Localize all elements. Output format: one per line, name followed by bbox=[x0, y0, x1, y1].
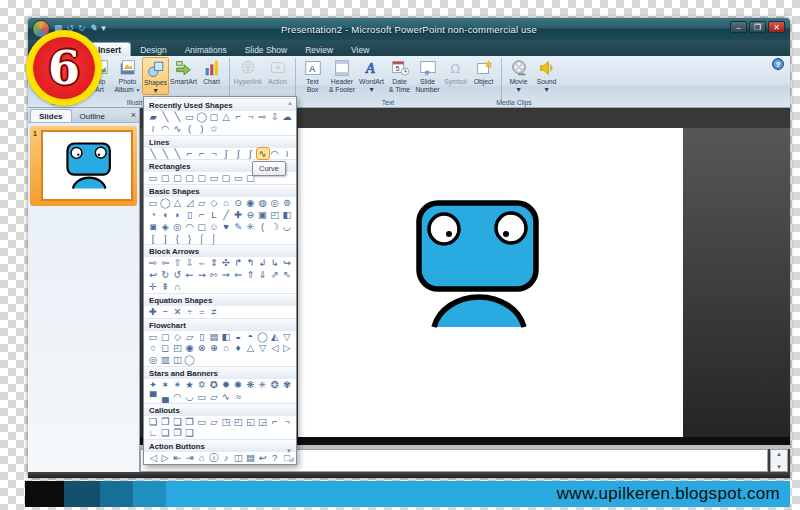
shape-icon[interactable]: ▀ bbox=[147, 391, 159, 403]
shape-icon[interactable]: ╱ bbox=[220, 209, 232, 221]
shape-icon[interactable]: ▰ bbox=[147, 111, 159, 123]
shape-icon[interactable]: ╲ bbox=[159, 148, 171, 160]
shape-icon[interactable]: ↪ bbox=[281, 257, 293, 269]
shape-icon[interactable]: ❑ bbox=[184, 427, 196, 439]
shape-icon[interactable]: ◠ bbox=[159, 123, 171, 135]
shape-icon[interactable]: ◠ bbox=[171, 391, 183, 403]
shape-icon[interactable]: ¬ bbox=[244, 111, 256, 123]
shape-icon[interactable]: ⇝ bbox=[196, 269, 208, 281]
chart-button[interactable]: Chart bbox=[198, 57, 225, 86]
shape-icon[interactable]: ⇜ bbox=[184, 269, 196, 281]
shape-icon[interactable]: ? bbox=[269, 452, 281, 464]
shape-icon[interactable]: ╲ bbox=[147, 148, 159, 160]
qat-customize-icon[interactable]: ▾ bbox=[101, 21, 106, 35]
shape-icon[interactable]: ◎ bbox=[147, 354, 159, 366]
shape-icon[interactable]: ▣ bbox=[257, 209, 269, 221]
shape-icon[interactable]: ⊗ bbox=[196, 342, 208, 354]
shape-icon[interactable]: ▢ bbox=[220, 172, 232, 184]
shape-icon[interactable]: [ bbox=[147, 233, 159, 245]
shape-icon[interactable]: ⇔ bbox=[196, 257, 208, 269]
shape-icon[interactable]: ◿ bbox=[184, 197, 196, 209]
shape-icon[interactable]: ❒ bbox=[184, 416, 196, 428]
shape-icon[interactable]: ✚ bbox=[232, 209, 244, 221]
shape-icon[interactable]: ◯ bbox=[184, 354, 196, 366]
shape-icon[interactable]: ↺ bbox=[171, 269, 183, 281]
shape-icon[interactable]: ▢ bbox=[171, 172, 183, 184]
shape-icon[interactable]: ▢ bbox=[208, 111, 220, 123]
shape-icon[interactable]: ◁ bbox=[269, 342, 281, 354]
shape-icon[interactable]: ∿ bbox=[171, 123, 183, 135]
shape-icon[interactable]: ↻ bbox=[159, 269, 171, 281]
shape-icon[interactable]: ⓘ bbox=[208, 452, 220, 464]
shape-icon[interactable]: ⇤ bbox=[171, 452, 183, 464]
shape-icon[interactable]: ▢ bbox=[184, 172, 196, 184]
shape-icon[interactable]: ♥ bbox=[220, 221, 232, 233]
shape-icon[interactable]: ◰ bbox=[269, 209, 281, 221]
shape-icon[interactable]: ✾ bbox=[281, 379, 293, 391]
shape-icon[interactable]: ❐ bbox=[171, 427, 183, 439]
shape-icon[interactable]: ▯ bbox=[196, 331, 208, 343]
movie-button[interactable]: Movie ▼ bbox=[505, 57, 532, 93]
menu-scroll-down-icon[interactable]: ▼ bbox=[286, 448, 292, 454]
tab-view[interactable]: View bbox=[342, 43, 378, 56]
shape-icon[interactable]: ⌐ bbox=[196, 209, 208, 221]
shape-icon[interactable]: ⇓ bbox=[257, 269, 269, 281]
shape-icon[interactable]: { bbox=[171, 233, 183, 245]
tab-review[interactable]: Review bbox=[296, 43, 342, 56]
shape-icon[interactable]: ◠ bbox=[269, 148, 281, 160]
shape-icon[interactable]: ◇ bbox=[208, 197, 220, 209]
shape-icon[interactable]: ▽ bbox=[257, 342, 269, 354]
robot-graphic[interactable] bbox=[398, 193, 548, 338]
shape-icon[interactable]: ↩ bbox=[147, 269, 159, 281]
shape-icon[interactable]: ▢ bbox=[196, 172, 208, 184]
shape-icon[interactable]: ✡ bbox=[196, 379, 208, 391]
shape-icon[interactable]: ⇗ bbox=[269, 269, 281, 281]
shape-icon[interactable]: ╲ bbox=[171, 111, 183, 123]
shape-icon[interactable]: ◧ bbox=[220, 331, 232, 343]
shape-icon[interactable]: ◒ bbox=[232, 331, 244, 343]
slide-thumbnail-selected[interactable]: 1 bbox=[30, 126, 137, 206]
header-footer-button[interactable]: Header & Footer bbox=[327, 57, 357, 93]
shape-icon[interactable]: ◰ bbox=[171, 342, 183, 354]
shape-icon[interactable]: ◭ bbox=[269, 331, 281, 343]
shape-icon[interactable]: ⇩ bbox=[184, 257, 196, 269]
shape-icon[interactable]: ◯ bbox=[257, 331, 269, 343]
shape-icon[interactable]: ▭ bbox=[232, 172, 244, 184]
shape-icon[interactable]: ⊖ bbox=[244, 209, 256, 221]
shape-icon[interactable]: ◔ bbox=[147, 209, 159, 221]
shape-icon[interactable]: ◉ bbox=[184, 342, 196, 354]
shape-icon[interactable]: ▱ bbox=[208, 416, 220, 428]
shape-icon[interactable]: ✕ bbox=[171, 306, 183, 318]
shape-icon[interactable]: ❑ bbox=[171, 416, 183, 428]
shape-icon[interactable]: ) bbox=[196, 123, 208, 135]
shape-icon[interactable]: ⇕ bbox=[208, 257, 220, 269]
shape-icon[interactable]: ≈ bbox=[232, 391, 244, 403]
shape-icon[interactable]: ▭ bbox=[147, 331, 159, 343]
shape-icon[interactable]: ↩ bbox=[257, 452, 269, 464]
shape-icon[interactable]: ▥ bbox=[159, 354, 171, 366]
shapes-button[interactable]: Shapes ▼ bbox=[142, 57, 169, 95]
shape-icon[interactable]: ↰ bbox=[244, 257, 256, 269]
shape-icon[interactable]: ▭ bbox=[196, 391, 208, 403]
shape-icon[interactable]: ◫ bbox=[232, 452, 244, 464]
shape-icon[interactable]: ≀ bbox=[281, 148, 293, 160]
shape-icon[interactable]: ⇧ bbox=[171, 257, 183, 269]
shape-icon[interactable]: ¬ bbox=[281, 416, 293, 428]
shape-icon[interactable]: ✚ bbox=[147, 306, 159, 318]
shape-icon[interactable]: ▭ bbox=[196, 416, 208, 428]
shape-icon[interactable]: ☁ bbox=[281, 111, 293, 123]
scrollbar[interactable]: ▲ ▼ bbox=[770, 449, 788, 472]
shape-icon[interactable]: ◖ bbox=[159, 209, 171, 221]
sound-button[interactable]: Sound ▼ bbox=[533, 57, 560, 93]
shape-icon[interactable]: ▭ bbox=[147, 172, 159, 184]
shape-icon[interactable]: ╲ bbox=[159, 111, 171, 123]
shape-icon[interactable]: ⌂ bbox=[220, 197, 232, 209]
help-icon[interactable]: ? bbox=[772, 58, 784, 70]
shape-icon[interactable]: ✛ bbox=[147, 281, 159, 293]
shape-icon[interactable]: ʃ bbox=[244, 148, 256, 160]
shape-icon[interactable]: ▭ bbox=[147, 197, 159, 209]
shape-icon[interactable]: ▢ bbox=[159, 331, 171, 343]
shape-icon[interactable]: ≠ bbox=[208, 306, 220, 318]
shape-icon[interactable]: ¬ bbox=[208, 148, 220, 160]
shape-icon[interactable]: ☽ bbox=[269, 221, 281, 233]
